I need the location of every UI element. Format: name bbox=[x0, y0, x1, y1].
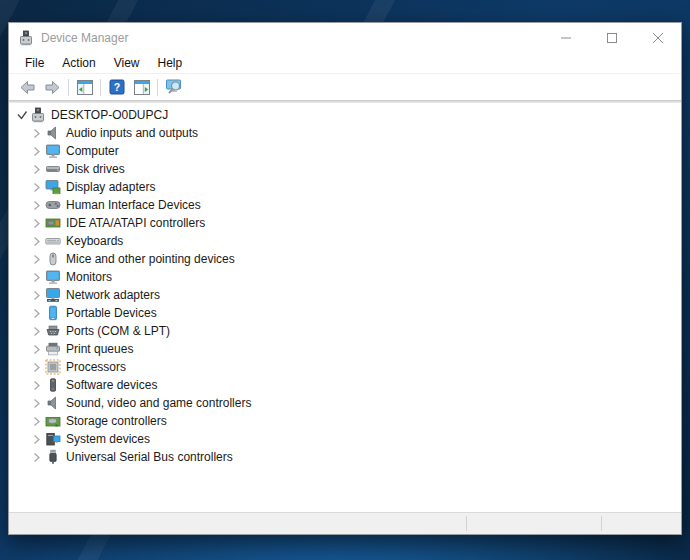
chevron-collapsed-icon[interactable] bbox=[30, 199, 43, 212]
chevron-collapsed-icon[interactable] bbox=[30, 307, 43, 320]
speaker-icon bbox=[45, 125, 61, 141]
chevron-collapsed-icon[interactable] bbox=[30, 343, 43, 356]
help-icon: ? bbox=[109, 79, 125, 95]
chevron-collapsed-icon[interactable] bbox=[30, 433, 43, 446]
menu-file[interactable]: File bbox=[16, 53, 53, 73]
show-hide-console-tree-button[interactable] bbox=[72, 76, 97, 98]
chevron-collapsed-icon[interactable] bbox=[30, 397, 43, 410]
statusbar-section bbox=[9, 513, 466, 534]
tree-item[interactable]: Portable Devices bbox=[9, 304, 681, 322]
tree-item[interactable]: Mice and other pointing devices bbox=[9, 250, 681, 268]
chevron-collapsed-icon[interactable] bbox=[30, 325, 43, 338]
forward-button[interactable] bbox=[40, 76, 65, 98]
tree-item[interactable]: Sound, video and game controllers bbox=[9, 394, 681, 412]
scan-for-hardware-changes-button[interactable] bbox=[161, 76, 186, 98]
storage-controller-icon bbox=[45, 413, 61, 429]
tree-item[interactable]: Network adapters bbox=[9, 286, 681, 304]
console-tree-icon bbox=[77, 80, 93, 95]
tree-item[interactable]: Keyboards bbox=[9, 232, 681, 250]
tree-item[interactable]: Display adapters bbox=[9, 178, 681, 196]
chevron-collapsed-icon[interactable] bbox=[30, 361, 43, 374]
toolbar-separator bbox=[157, 79, 158, 96]
svg-text:?: ? bbox=[113, 81, 119, 93]
tree-item-label: Keyboards bbox=[66, 232, 123, 250]
tree-item[interactable]: Monitors bbox=[9, 268, 681, 286]
chevron-collapsed-icon[interactable] bbox=[30, 217, 43, 230]
tree-item-label: Storage controllers bbox=[66, 412, 167, 430]
show-hide-action-pane-button[interactable] bbox=[129, 76, 154, 98]
minimize-button[interactable] bbox=[543, 23, 589, 53]
tree-item[interactable]: Disk drives bbox=[9, 160, 681, 178]
chevron-collapsed-icon[interactable] bbox=[30, 379, 43, 392]
desktop: { "window": { "title": "Device Manager",… bbox=[0, 0, 690, 560]
menubar: File Action View Help bbox=[9, 53, 681, 74]
monitor-icon bbox=[45, 269, 61, 285]
tree-item[interactable]: Software devices bbox=[9, 376, 681, 394]
tree-item[interactable]: Ports (COM & LPT) bbox=[9, 322, 681, 340]
tree-root-item[interactable]: DESKTOP-O0DUPCJ bbox=[9, 106, 681, 124]
printer-icon bbox=[45, 341, 61, 357]
tree-item-label: Ports (COM & LPT) bbox=[66, 322, 170, 340]
mouse-icon bbox=[45, 251, 61, 267]
tree-item[interactable]: Universal Serial Bus controllers bbox=[9, 448, 681, 466]
keyboard-icon bbox=[45, 233, 61, 249]
tree-item[interactable]: Audio inputs and outputs bbox=[9, 124, 681, 142]
tree-item-label: Print queues bbox=[66, 340, 133, 358]
computer-workstation-icon bbox=[30, 107, 46, 123]
tree-item[interactable]: Storage controllers bbox=[9, 412, 681, 430]
tree-item[interactable]: Computer bbox=[9, 142, 681, 160]
tree-item[interactable]: Processors bbox=[9, 358, 681, 376]
help-button[interactable]: ? bbox=[104, 76, 129, 98]
monitor-icon bbox=[45, 143, 61, 159]
chevron-collapsed-icon[interactable] bbox=[30, 271, 43, 284]
chevron-expanded-icon[interactable] bbox=[15, 109, 28, 122]
forward-arrow-icon bbox=[44, 80, 61, 95]
tree-item-label: Display adapters bbox=[66, 178, 155, 196]
device-manager-icon bbox=[18, 30, 34, 46]
tree-item[interactable]: System devices bbox=[9, 430, 681, 448]
chevron-collapsed-icon[interactable] bbox=[30, 253, 43, 266]
chevron-collapsed-icon[interactable] bbox=[30, 127, 43, 140]
tree-item[interactable]: IDE ATA/ATAPI controllers bbox=[9, 214, 681, 232]
statusbar bbox=[9, 512, 681, 534]
chevron-collapsed-icon[interactable] bbox=[30, 145, 43, 158]
tree-item-label: Network adapters bbox=[66, 286, 160, 304]
chevron-collapsed-icon[interactable] bbox=[30, 415, 43, 428]
chevron-collapsed-icon[interactable] bbox=[30, 163, 43, 176]
tree-item-label: Mice and other pointing devices bbox=[66, 250, 235, 268]
speaker-icon bbox=[45, 395, 61, 411]
display-adapter-icon bbox=[45, 179, 61, 195]
maximize-button[interactable] bbox=[589, 23, 635, 53]
tree-item[interactable]: Human Interface Devices bbox=[9, 196, 681, 214]
tree-item-label: Monitors bbox=[66, 268, 112, 286]
menu-help[interactable]: Help bbox=[149, 53, 192, 73]
menu-view[interactable]: View bbox=[105, 53, 149, 73]
back-button[interactable] bbox=[15, 76, 40, 98]
statusbar-section bbox=[467, 513, 601, 534]
gamepad-icon bbox=[45, 197, 61, 213]
chevron-collapsed-icon[interactable] bbox=[30, 181, 43, 194]
tree-item-label: Universal Serial Bus controllers bbox=[66, 448, 233, 466]
tree-item-label: Computer bbox=[66, 142, 119, 160]
processor-icon bbox=[45, 359, 61, 375]
statusbar-section bbox=[602, 513, 681, 534]
menu-action[interactable]: Action bbox=[53, 53, 104, 73]
tree-item-label: Processors bbox=[66, 358, 126, 376]
action-pane-icon bbox=[134, 80, 150, 95]
toolbar-separator bbox=[68, 79, 69, 96]
chevron-collapsed-icon[interactable] bbox=[30, 289, 43, 302]
scan-hardware-icon bbox=[165, 79, 183, 95]
titlebar[interactable]: Device Manager bbox=[9, 23, 681, 53]
chevron-collapsed-icon[interactable] bbox=[30, 235, 43, 248]
device-tree: DESKTOP-O0DUPCJAudio inputs and outputsC… bbox=[9, 103, 681, 512]
chevron-collapsed-icon[interactable] bbox=[30, 451, 43, 464]
close-button[interactable] bbox=[635, 23, 681, 53]
usb-icon bbox=[45, 449, 61, 465]
tree-item[interactable]: Print queues bbox=[9, 340, 681, 358]
portable-device-icon bbox=[45, 305, 61, 321]
toolbar: ? bbox=[9, 74, 681, 100]
window-title: Device Manager bbox=[41, 31, 128, 45]
tree-item-label: Software devices bbox=[66, 376, 157, 394]
hard-disk-icon bbox=[45, 161, 61, 177]
tree-item-label: IDE ATA/ATAPI controllers bbox=[66, 214, 205, 232]
